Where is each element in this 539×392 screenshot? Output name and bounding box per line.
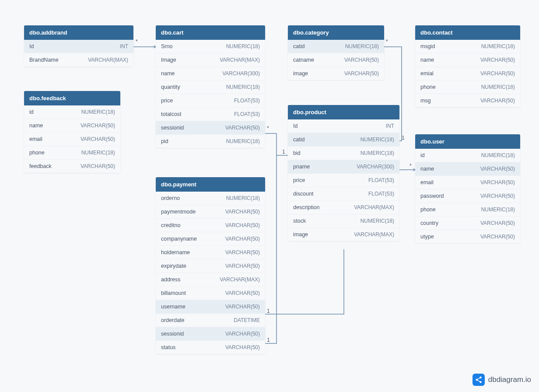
column-type: VARCHAR(50) <box>80 122 115 129</box>
table-header[interactable]: dbo.product <box>288 105 399 119</box>
table-header[interactable]: dbo.contact <box>415 25 520 40</box>
table-row[interactable]: imageVARCHAR(50) <box>288 67 384 80</box>
table-row[interactable]: creditnoVARCHAR(50) <box>156 219 265 232</box>
table-row[interactable]: paymentmodeVARCHAR(50) <box>156 205 265 219</box>
table-row[interactable]: pidNUMERIC(18) <box>156 135 265 148</box>
table-row[interactable]: ImageVARCHAR(MAX) <box>156 53 265 67</box>
table-row[interactable]: holdernameVARCHAR(50) <box>156 246 265 259</box>
table-row[interactable]: IdINT <box>24 40 133 53</box>
table-row[interactable]: countryVARCHAR(50) <box>415 217 520 230</box>
table-row[interactable]: BrandNameVARCHAR(MAX) <box>24 53 133 66</box>
table-header[interactable]: dbo.user <box>415 134 520 149</box>
column-type: VARCHAR(50) <box>225 222 260 228</box>
table-header[interactable]: dbo.addbrand <box>24 25 133 40</box>
table-user[interactable]: dbo.useridNUMERIC(18)nameVARCHAR(50)emai… <box>415 134 520 243</box>
cardinality-star: * <box>386 38 388 45</box>
column-type: NUMERIC(18) <box>226 84 260 90</box>
table-row[interactable]: nameVARCHAR(50) <box>415 162 520 176</box>
table-row[interactable]: utypeVARCHAR(50) <box>415 230 520 243</box>
table-row[interactable]: msgVARCHAR(50) <box>415 94 520 107</box>
diagram-canvas[interactable]: * * * 1 1 * 1 1 dbo.addbrandIdINTBrandNa… <box>0 0 539 392</box>
column-type: NUMERIC(18) <box>226 138 260 144</box>
table-row[interactable]: expirydateVARCHAR(50) <box>156 259 265 273</box>
column-type: VARCHAR(MAX) <box>220 276 260 283</box>
column-type: VARCHAR(MAX) <box>354 204 394 210</box>
table-row[interactable]: IdINT <box>288 119 399 133</box>
table-row[interactable]: phoneNUMERIC(18) <box>415 80 520 94</box>
column-name: BrandName <box>29 57 59 63</box>
table-row[interactable]: bidNUMERIC(18) <box>288 147 399 160</box>
table-row[interactable]: nameVARCHAR(50) <box>415 53 520 67</box>
column-name: name <box>420 57 434 63</box>
column-name: phone <box>420 206 436 213</box>
table-row[interactable]: idNUMERIC(18) <box>24 105 120 119</box>
table-row[interactable]: billamountVARCHAR(50) <box>156 287 265 300</box>
brand-logo: dbdiagram.io <box>472 374 531 386</box>
table-header[interactable]: dbo.feedback <box>24 91 120 105</box>
column-type: VARCHAR(50) <box>344 70 379 77</box>
table-header[interactable]: dbo.category <box>288 25 384 40</box>
table-header[interactable]: dbo.payment <box>156 177 265 192</box>
table-category[interactable]: dbo.categorycatidNUMERIC(18)catnameVARCH… <box>288 25 384 80</box>
table-product[interactable]: dbo.productIdINTcatidNUMERIC(18)bidNUMER… <box>288 105 399 241</box>
table-row[interactable]: pnameVARCHAR(300) <box>288 160 399 174</box>
table-contact[interactable]: dbo.contactmsgidNUMERIC(18)nameVARCHAR(5… <box>415 25 520 107</box>
table-row[interactable]: feedbackVARCHAR(50) <box>24 160 120 173</box>
column-name: catname <box>293 57 314 63</box>
table-row[interactable]: nameVARCHAR(50) <box>24 119 120 133</box>
table-row[interactable]: stockNUMERIC(18) <box>288 214 399 228</box>
table-row[interactable]: priceFLOAT(53) <box>156 94 265 108</box>
column-name: address <box>161 276 180 283</box>
table-row[interactable]: emailVARCHAR(50) <box>24 133 120 146</box>
table-feedback[interactable]: dbo.feedbackidNUMERIC(18)nameVARCHAR(50)… <box>24 91 120 173</box>
table-payment[interactable]: dbo.paymentordernoNUMERIC(18)paymentmode… <box>156 177 265 354</box>
table-row[interactable]: passwordVARCHAR(50) <box>415 189 520 203</box>
table-row[interactable]: phoneNUMERIC(18) <box>24 146 120 160</box>
table-row[interactable]: emialVARCHAR(50) <box>415 67 520 80</box>
table-row[interactable]: phoneNUMERIC(18) <box>415 203 520 217</box>
cardinality-one: 1 <box>402 135 405 141</box>
table-row[interactable]: discountFLOAT(53) <box>288 187 399 201</box>
table-row[interactable]: catidNUMERIC(18) <box>288 40 384 53</box>
table-row[interactable]: imageVARCHAR(MAX) <box>288 228 399 241</box>
table-row[interactable]: idNUMERIC(18) <box>415 149 520 162</box>
column-type: VARCHAR(50) <box>225 304 260 310</box>
column-type: VARCHAR(50) <box>480 57 515 63</box>
table-row[interactable]: orderdateDATETIME <box>156 314 265 327</box>
table-row[interactable]: addressVARCHAR(MAX) <box>156 273 265 287</box>
table-row[interactable]: sessionidVARCHAR(50) <box>156 121 265 135</box>
column-name: creditno <box>161 222 180 228</box>
table-row[interactable]: catidNUMERIC(18) <box>288 133 399 147</box>
table-row[interactable]: companynameVARCHAR(50) <box>156 232 265 246</box>
table-row[interactable]: quantityNUMERIC(18) <box>156 80 265 94</box>
table-row[interactable]: ordernoNUMERIC(18) <box>156 192 265 205</box>
table-row[interactable]: sessionidVARCHAR(50) <box>156 327 265 341</box>
column-type: NUMERIC(18) <box>360 150 394 156</box>
column-type: VARCHAR(50) <box>80 163 115 169</box>
column-type: VARCHAR(300) <box>357 164 394 170</box>
column-name: stock <box>293 218 306 224</box>
column-name: expirydate <box>161 263 186 269</box>
table-row[interactable]: usernameVARCHAR(50) <box>156 300 265 314</box>
table-row[interactable]: SrnoNUMERIC(18) <box>156 40 265 53</box>
column-name: catid <box>293 136 304 143</box>
table-addbrand[interactable]: dbo.addbrandIdINTBrandNameVARCHAR(MAX) <box>24 25 133 66</box>
column-type: NUMERIC(18) <box>481 152 515 158</box>
table-cart[interactable]: dbo.cartSrnoNUMERIC(18)ImageVARCHAR(MAX)… <box>156 25 265 148</box>
column-name: quantity <box>161 84 180 90</box>
column-name: pname <box>293 164 310 170</box>
table-row[interactable]: catnameVARCHAR(50) <box>288 53 384 67</box>
table-row[interactable]: nameVARCHAR(300) <box>156 67 265 80</box>
cardinality-one: 1 <box>282 149 285 155</box>
table-row[interactable]: priceFLOAT(53) <box>288 174 399 187</box>
table-row[interactable]: msgidNUMERIC(18) <box>415 40 520 53</box>
column-type: NUMERIC(18) <box>81 109 115 115</box>
table-header[interactable]: dbo.cart <box>156 25 265 40</box>
column-name: email <box>420 179 434 186</box>
table-row[interactable]: totalcostFLOAT(53) <box>156 108 265 121</box>
table-row[interactable]: statusVARCHAR(50) <box>156 341 265 354</box>
column-type: VARCHAR(50) <box>225 125 260 131</box>
column-name: msgid <box>420 43 435 49</box>
table-row[interactable]: emailVARCHAR(50) <box>415 176 520 189</box>
table-row[interactable]: descriptionVARCHAR(MAX) <box>288 201 399 214</box>
